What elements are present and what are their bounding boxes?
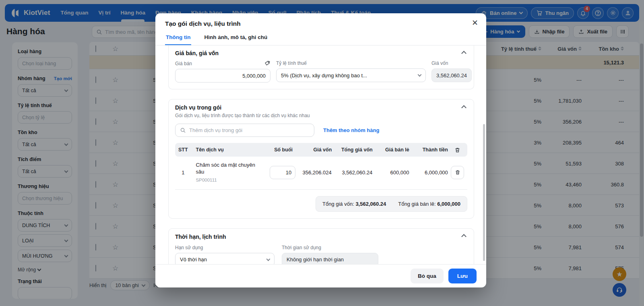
tab-thong-tin[interactable]: Thông tin	[165, 31, 191, 45]
delete-service-button[interactable]	[451, 166, 464, 179]
services-section-subtitle: Gói dịch vụ, liệu trình được tạo thành t…	[175, 113, 467, 118]
tag-icon[interactable]	[264, 60, 270, 66]
gia-von-label: Giá vốn	[431, 60, 448, 66]
tax-rate-select[interactable]: 5% (Dịch vụ, xây dựng không bao t...	[276, 68, 426, 82]
service-name: Chăm sóc da mặt chuyên sâu	[196, 162, 255, 175]
total-cost-label: Tổng giá vốn:	[322, 201, 354, 207]
thoi-gian-input: Không giới hạn thời gian	[282, 253, 378, 264]
gia-ban-input[interactable]	[180, 73, 266, 79]
close-icon[interactable]: ✕	[472, 19, 478, 27]
price-section: Giá bán, giá vốn Giá bán Tỷ lệ	[168, 45, 474, 89]
trash-icon[interactable]	[454, 147, 460, 153]
modal-title: Tạo gói dịch vụ, liệu trình	[165, 20, 477, 27]
services-section-title: Dịch vụ trong gói	[175, 104, 221, 111]
add-by-group-link[interactable]: Thêm theo nhóm hàng	[323, 127, 379, 133]
total-cost-value: 3,562,060.24	[355, 201, 386, 207]
total-retail-label: Tổng giá bán lẻ:	[398, 201, 436, 207]
modal-footer: Bỏ qua Lưu	[155, 264, 486, 287]
gia-von-input: 3,562,060.24	[431, 68, 472, 82]
gia-ban-input-wrap	[175, 69, 270, 83]
trash-icon	[455, 170, 460, 175]
schedule-section-title: Thời hạn, lịch trình	[175, 234, 226, 240]
modal-body: Giá bán, giá vốn Giá bán Tỷ lệ	[155, 45, 486, 264]
totals-summary: Tổng giá vốn: 3,562,060.24 Tổng giá bán …	[316, 196, 467, 212]
sessions-input[interactable]	[270, 166, 295, 179]
gia-ban-label: Giá bán	[175, 61, 192, 66]
thoi-gian-label: Thời gian sử dụng	[282, 245, 321, 250]
service-search-placeholder: Thêm dịch vụ trong gói	[189, 127, 242, 133]
collapse-icon[interactable]	[461, 234, 466, 239]
thue-label: Tỷ lệ tính thuế	[276, 60, 307, 66]
schedule-section: Thời hạn, lịch trình Hạn sử dụng Vô thời…	[168, 228, 474, 264]
services-table: STT Tên dịch vụ Số buổi Giá vốn Tổng giá…	[175, 143, 467, 212]
chevron-down-icon	[418, 73, 422, 77]
service-code: SP000111	[196, 177, 264, 183]
service-row: 1 Chăm sóc da mặt chuyên sâu SP000111 35…	[175, 157, 467, 188]
services-table-header: STT Tên dịch vụ Số buổi Giá vốn Tổng giá…	[175, 143, 467, 157]
total-retail-value: 6,000,000	[437, 201, 460, 207]
save-button[interactable]: Lưu	[448, 269, 477, 283]
han-su-dung-label: Hạn sử dụng	[175, 245, 203, 250]
collapse-icon[interactable]	[461, 51, 466, 56]
han-su-dung-select[interactable]: Vô thời hạn	[175, 253, 275, 264]
service-search-input[interactable]: Thêm dịch vụ trong gói	[175, 124, 314, 137]
collapse-icon[interactable]	[461, 105, 466, 110]
modal-scrollbar[interactable]	[483, 124, 485, 261]
price-section-title: Giá bán, giá vốn	[175, 50, 219, 56]
modal-tabs: Thông tin Hình ảnh, mô tả, ghi chú	[155, 31, 486, 45]
chevron-down-icon	[266, 257, 270, 261]
cancel-button[interactable]: Bỏ qua	[411, 269, 444, 283]
services-section: Dịch vụ trong gói Gói dịch vụ, liệu trìn…	[168, 99, 474, 219]
tab-hinh-anh[interactable]: Hình ảnh, mô tả, ghi chú	[203, 31, 268, 45]
create-service-package-modal: Tạo gói dịch vụ, liệu trình ✕ Thông tin …	[155, 13, 486, 287]
search-icon	[180, 127, 186, 133]
